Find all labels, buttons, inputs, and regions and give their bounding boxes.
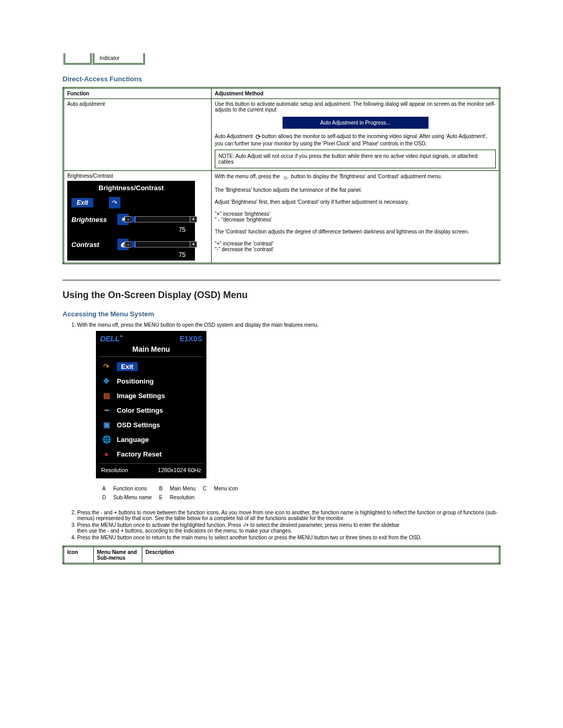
brightness-contrast-name: Brightness/Contrast bbox=[67, 173, 113, 179]
factory-reset-icon: ● bbox=[100, 448, 113, 460]
accessing-heading: Accessing the Menu System bbox=[63, 310, 500, 318]
legend-e: Resolution bbox=[170, 493, 202, 501]
dell-logo: DELL™ bbox=[100, 334, 123, 343]
main-menu-item-label: OSD Settings bbox=[117, 421, 160, 429]
bc-r6b: "-" decrease the 'contrast' bbox=[215, 246, 496, 252]
exit-icon: ↷ bbox=[100, 361, 113, 372]
color-settings-icon: ●●● bbox=[100, 404, 113, 416]
col-icon: Icon bbox=[64, 547, 94, 564]
resolution-value: 1280x1024 60Hz bbox=[158, 467, 201, 473]
sun-icon: ☼ bbox=[282, 173, 290, 181]
bc-r4b: " - "decrease 'brightness' bbox=[215, 217, 496, 223]
positioning-icon: ✥ bbox=[100, 375, 113, 387]
bc-r3: Adjust 'Brightness' first, then adjust '… bbox=[215, 199, 496, 205]
auto-progress-box: Auto Adjustment in Progress... bbox=[283, 117, 429, 129]
osd-settings-icon: ▣ bbox=[100, 419, 113, 430]
model-label: E1X0S bbox=[179, 335, 202, 343]
bc-r4a: "+" increase 'brightness' bbox=[215, 211, 496, 217]
bc-r1a: With the menu off, press the bbox=[215, 174, 282, 179]
step-3: Press the MENU button once to activate t… bbox=[77, 522, 500, 534]
col-function: Function bbox=[64, 88, 212, 99]
description-table: Icon Menu Name and Sub-menus Description bbox=[63, 546, 500, 564]
indicator-label: Indicator bbox=[93, 53, 145, 65]
osd-menu-heading: Using the On-Screen Display (OSD) Menu bbox=[63, 290, 500, 301]
auto-adjust-icon: ⟳ bbox=[254, 133, 262, 141]
main-menu-item-label: Image Settings bbox=[117, 392, 165, 400]
bc-r2: The 'Brightness' function adjusts the lu… bbox=[215, 187, 496, 193]
main-menu-item-positioning[interactable]: ✥Positioning bbox=[99, 374, 203, 388]
main-menu-item-exit[interactable]: ↷Exit bbox=[99, 359, 203, 374]
main-menu-osd: DELL™ E1X0S Main Menu ↷Exit✥Positioning▤… bbox=[96, 331, 206, 478]
col-method: Adjustment Method bbox=[212, 88, 500, 99]
main-menu-item-language[interactable]: 🌐Language bbox=[99, 432, 203, 447]
resolution-label: Resolution bbox=[101, 467, 128, 473]
direct-access-heading: Direct-Access Functions bbox=[63, 75, 500, 83]
bc-r6a: "+" increase the 'contrast' bbox=[215, 241, 496, 246]
steps-list: With the menu off, press the MENU button… bbox=[63, 322, 500, 540]
bc-exit-button[interactable]: Exit bbox=[71, 198, 93, 207]
step-1: With the menu off, press the MENU button… bbox=[77, 322, 500, 502]
step-4: Press the MENU button once to return to … bbox=[77, 535, 500, 540]
contrast-value: 75 bbox=[67, 251, 195, 261]
bc-r1b: button to display the 'Brightness' and '… bbox=[290, 174, 442, 179]
legend-b: Main Menu bbox=[170, 485, 202, 492]
brightness-slider[interactable] bbox=[131, 216, 191, 223]
direct-access-table: Function Adjustment Method Auto adjustme… bbox=[63, 87, 500, 264]
step-2: Press the - and + buttons to move betwee… bbox=[77, 510, 500, 521]
brightness-contrast-description: With the menu off, press the ☼ button to… bbox=[212, 171, 500, 264]
main-menu-title: Main Menu bbox=[99, 344, 203, 355]
exit-icon: ↷ bbox=[109, 197, 120, 208]
image-settings-icon: ▤ bbox=[100, 390, 113, 401]
main-menu-item-label: Factory Reset bbox=[117, 450, 162, 458]
main-menu-item-label: Color Settings bbox=[117, 406, 163, 414]
contrast-label: Contrast bbox=[71, 241, 117, 249]
brightness-osd-panel: Brightness/Contrast Exit ↷ Brightness ☀ … bbox=[67, 181, 195, 261]
legend-c: Menu icon bbox=[214, 485, 244, 492]
auto-intro: Use this button to activate automatic se… bbox=[215, 101, 495, 113]
brightness-value: 75 bbox=[67, 226, 195, 236]
main-menu-item-label: Exit bbox=[117, 362, 138, 371]
brightness-contrast-cell: Brightness/Contrast Brightness/Contrast … bbox=[64, 171, 212, 264]
col-description: Description bbox=[142, 547, 500, 564]
auto-adjustment-description: Use this button to activate automatic se… bbox=[212, 99, 500, 171]
auto-adjustment-name: Auto adjustment bbox=[64, 99, 212, 171]
bc-r5: The 'Contrast' function adjusts the degr… bbox=[215, 229, 496, 235]
indicator-stub-row: Indicator bbox=[63, 52, 146, 66]
legend-a: Function icons bbox=[113, 485, 158, 492]
main-menu-item-label: Positioning bbox=[117, 377, 154, 385]
bc-osd-title: Brightness/Contrast bbox=[67, 181, 195, 195]
auto-body-a: Auto Adjustment bbox=[215, 133, 254, 139]
auto-note: NOTE: Auto Adjust will not occur if you … bbox=[215, 150, 496, 168]
section-divider bbox=[63, 280, 500, 280]
step1-text: With the menu off, press the MENU button… bbox=[77, 322, 319, 328]
brightness-label: Brightness bbox=[71, 216, 117, 224]
main-menu-item-factory-reset[interactable]: ●Factory Reset bbox=[99, 447, 203, 461]
main-menu-item-image-settings[interactable]: ▤Image Settings bbox=[99, 388, 203, 403]
contrast-slider[interactable] bbox=[131, 241, 191, 248]
language-icon: 🌐 bbox=[100, 434, 113, 445]
main-menu-item-color-settings[interactable]: ●●●Color Settings bbox=[99, 403, 203, 417]
legend-table: AFunction icons BMain Menu CMenu icon DS… bbox=[101, 484, 246, 502]
col-menu-name: Menu Name and Sub-menus bbox=[94, 547, 142, 564]
main-menu-item-label: Language bbox=[117, 436, 149, 443]
main-menu-item-osd-settings[interactable]: ▣OSD Settings bbox=[99, 417, 203, 432]
legend-d: Sub-Menu name bbox=[113, 493, 158, 501]
